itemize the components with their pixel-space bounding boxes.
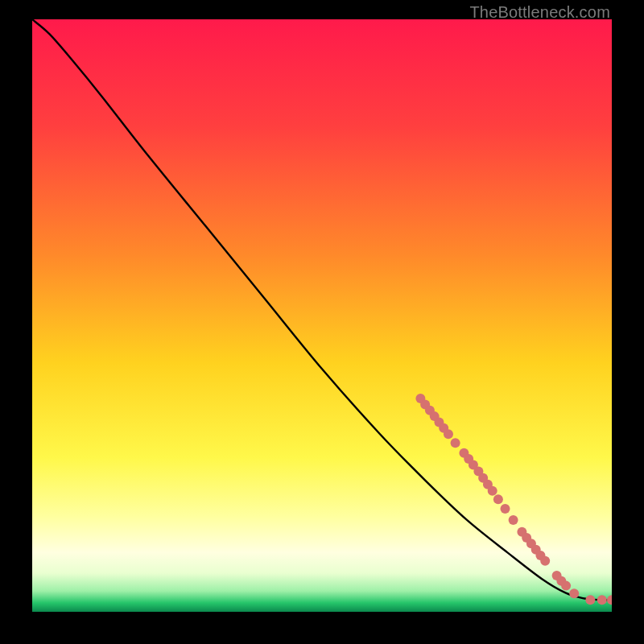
data-marker: [607, 595, 612, 605]
chart-svg: [32, 19, 612, 612]
data-marker: [488, 486, 497, 496]
data-marker: [585, 595, 595, 605]
data-marker: [501, 504, 510, 514]
data-marker: [444, 429, 453, 439]
data-marker: [540, 556, 550, 566]
data-marker: [493, 494, 503, 504]
chart-frame: TheBottleneck.com: [0, 0, 644, 644]
data-marker: [569, 588, 579, 598]
plot-area: [32, 19, 612, 612]
main-curve: [32, 19, 612, 600]
data-marker: [561, 581, 571, 591]
data-marker: [597, 595, 607, 605]
data-marker: [451, 438, 460, 448]
data-marker: [509, 515, 518, 525]
